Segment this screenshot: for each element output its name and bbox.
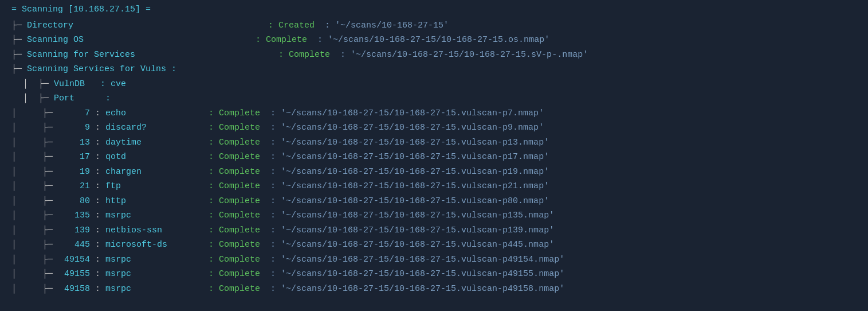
tree-prefix-port: │ ├─	[11, 150, 58, 165]
port-service: chargen	[105, 165, 197, 180]
port-number: 139	[58, 223, 90, 238]
port-service: microsoft-ds	[105, 238, 197, 252]
scanning-vulns-line: ├─ Scanning Services for Vulns :	[11, 62, 868, 77]
port-status: : Complete	[209, 238, 260, 252]
tree-prefix-port: │ ├─	[11, 120, 58, 135]
tree-prefix-port: │ ├─	[11, 106, 58, 121]
directory-path: : '~/scans/10-168-27-15'	[315, 18, 449, 33]
tree-prefix-port: │ ├─	[11, 135, 58, 150]
port-status: : Complete	[209, 267, 260, 282]
scan-header: = Scanning [10.168.27.15] =	[11, 2, 868, 17]
port-path: : '~/scans/10-168-27-15/10-168-27-15.vul…	[260, 208, 554, 223]
directory-label: Directory	[27, 18, 73, 33]
tree-prefix-0: ├─	[11, 18, 27, 33]
port-service: http	[105, 194, 197, 209]
port-number: 80	[58, 194, 90, 209]
port-status: : Complete	[209, 179, 260, 194]
port-row: │ ├─ 135 : msrpc: Complete : '~/scans/10…	[11, 208, 868, 223]
port-status: : Complete	[209, 252, 260, 267]
port-label: Port	[54, 91, 74, 106]
tree-prefix-5: │ ├─	[23, 91, 54, 106]
port-row: │ ├─ 49155 : msrpc: Complete : '~/scans/…	[11, 267, 868, 282]
port-number: 49155	[58, 267, 90, 282]
directory-status: : Created	[268, 18, 315, 33]
port-number: 13	[58, 135, 90, 150]
port-suffix: :	[74, 91, 111, 106]
scanning-os-status: : Complete	[256, 33, 307, 48]
scanning-services-status: : Complete	[278, 48, 330, 63]
port-service: msrpc	[105, 208, 197, 223]
scanning-os-path: : '~/scans/10-168-27-15/10-168-27-15.os.…	[307, 33, 549, 48]
scanning-vulns-label: Scanning Services for Vulns :	[27, 62, 176, 77]
port-service: msrpc	[105, 282, 197, 297]
tree-prefix-port: │ ├─	[11, 252, 58, 267]
port-path: : '~/scans/10-168-27-15/10-168-27-15.vul…	[260, 106, 544, 121]
port-number: 19	[58, 165, 90, 180]
port-path: : '~/scans/10-168-27-15/10-168-27-15.vul…	[260, 150, 549, 165]
port-line: │ ├─ Port :	[11, 91, 868, 106]
port-row: │ ├─ 19 : chargen: Complete : '~/scans/1…	[11, 165, 868, 180]
port-number: 7	[58, 106, 90, 121]
port-status: : Complete	[209, 194, 260, 209]
tree-prefix-port: │ ├─	[11, 282, 58, 297]
port-service: daytime	[105, 135, 197, 150]
tree-prefix-port: │ ├─	[11, 208, 58, 223]
port-number: 135	[58, 208, 90, 223]
scanning-services-label: Scanning for Services	[27, 48, 135, 63]
tree-prefix-port: │ ├─	[11, 179, 58, 194]
tree-prefix-port: │ ├─	[11, 238, 58, 252]
tree-prefix-3: ├─	[11, 62, 27, 77]
tree-prefix-port: │ ├─	[11, 194, 58, 209]
port-path: : '~/scans/10-168-27-15/10-168-27-15.vul…	[260, 238, 554, 252]
vulndb-label: VulnDB	[54, 77, 85, 92]
port-service: echo	[105, 106, 197, 121]
port-path: : '~/scans/10-168-27-15/10-168-27-15.vul…	[260, 135, 549, 150]
port-service: discard?	[105, 120, 197, 135]
port-number: 49158	[58, 282, 90, 297]
tree-prefix-2: ├─	[11, 48, 27, 63]
port-path: : '~/scans/10-168-27-15/10-168-27-15.vul…	[260, 165, 549, 180]
port-path: : '~/scans/10-168-27-15/10-168-27-15.vul…	[260, 120, 544, 135]
port-status: : Complete	[209, 135, 260, 150]
port-number: 49154	[58, 252, 90, 267]
port-row: │ ├─ 49158 : msrpc: Complete : '~/scans/…	[11, 282, 868, 297]
port-number: 9	[58, 120, 90, 135]
port-status: : Complete	[209, 106, 260, 121]
terminal-output: = Scanning [10.168.27.15] = ├─ Directory…	[0, 0, 868, 298]
vulndb-line: │ ├─ VulnDB : cve	[11, 77, 868, 92]
port-status: : Complete	[209, 208, 260, 223]
port-row: │ ├─ 80 : http: Complete : '~/scans/10-1…	[11, 194, 868, 209]
directory-line: ├─ Directory : Created : '~/scans/10-168…	[11, 18, 868, 33]
port-path: : '~/scans/10-168-27-15/10-168-27-15.vul…	[260, 194, 549, 209]
port-row: │ ├─ 17 : qotd: Complete : '~/scans/10-1…	[11, 150, 868, 165]
scanning-services-line: ├─ Scanning for Services : Complete : '~…	[11, 48, 868, 63]
port-row: │ ├─ 13 : daytime: Complete : '~/scans/1…	[11, 135, 868, 150]
port-status: : Complete	[209, 282, 260, 297]
port-number: 21	[58, 179, 90, 194]
port-row: │ ├─ 7 : echo: Complete : '~/scans/10-16…	[11, 106, 868, 121]
scanning-os-label: Scanning OS	[27, 33, 84, 48]
header-text: = Scanning [10.168.27.15] =	[11, 2, 151, 17]
port-status: : Complete	[209, 150, 260, 165]
port-row: │ ├─ 49154 : msrpc: Complete : '~/scans/…	[11, 252, 868, 267]
scanning-os-line: ├─ Scanning OS : Complete : '~/scans/10-…	[11, 33, 868, 48]
port-row: │ ├─ 139 : netbios-ssn: Complete : '~/sc…	[11, 223, 868, 238]
port-row: │ ├─ 21 : ftp: Complete : '~/scans/10-16…	[11, 179, 868, 194]
port-path: : '~/scans/10-168-27-15/10-168-27-15.vul…	[260, 179, 549, 194]
port-rows-container: │ ├─ 7 : echo: Complete : '~/scans/10-16…	[11, 106, 868, 297]
port-path: : '~/scans/10-168-27-15/10-168-27-15.vul…	[260, 223, 554, 238]
port-number: 17	[58, 150, 90, 165]
port-service: ftp	[105, 179, 197, 194]
port-service: netbios-ssn	[105, 223, 197, 238]
port-path: : '~/scans/10-168-27-15/10-168-27-15.vul…	[260, 252, 564, 267]
port-number: 445	[58, 238, 90, 252]
port-service: msrpc	[105, 267, 197, 282]
port-path: : '~/scans/10-168-27-15/10-168-27-15.vul…	[260, 267, 564, 282]
port-status: : Complete	[209, 120, 260, 135]
tree-prefix-1: ├─	[11, 33, 27, 48]
port-status: : Complete	[209, 165, 260, 180]
port-row: │ ├─ 9 : discard?: Complete : '~/scans/1…	[11, 120, 868, 135]
port-status: : Complete	[209, 223, 260, 238]
tree-prefix-4: │ ├─	[23, 77, 54, 92]
port-row: │ ├─ 445 : microsoft-ds: Complete : '~/s…	[11, 238, 868, 252]
